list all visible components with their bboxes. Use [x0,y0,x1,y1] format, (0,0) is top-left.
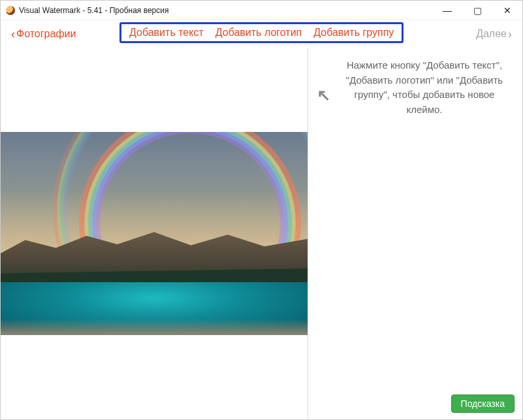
next-button-label: Далее [476,28,507,40]
back-button-label: Фотографии [16,28,76,40]
chevron-right-icon: › [508,28,512,40]
app-icon [6,6,15,15]
preview-image[interactable] [1,132,308,335]
preview-pane [1,48,308,419]
add-logo-button[interactable]: Добавить логотип [215,27,302,39]
hint-arrow-icon [316,88,333,108]
side-panel: Нажмите кнопку "Добавить текст", "Добави… [308,48,522,419]
add-actions-highlight: Добавить текст Добавить логотип Добавить… [119,22,404,43]
add-text-button[interactable]: Добавить текст [129,27,204,39]
next-button[interactable]: Далее › [476,28,512,40]
add-group-button[interactable]: Добавить группу [313,27,394,39]
title-bar: Visual Watermark - 5.41 - Пробная версия… [1,1,522,20]
window-controls: — ▢ ✕ [432,1,522,20]
minimize-button[interactable]: — [432,1,462,20]
close-button[interactable]: ✕ [492,1,522,20]
tip-button[interactable]: Подсказка [451,395,515,413]
hint-text: Нажмите кнопку "Добавить текст", "Добави… [340,58,509,117]
chevron-left-icon: ‹ [11,28,15,40]
hint-row: Нажмите кнопку "Добавить текст", "Добави… [316,58,513,117]
toolbar: ‹ Фотографии Добавить текст Добавить лог… [1,20,522,48]
maximize-button[interactable]: ▢ [462,1,492,20]
main-area: Нажмите кнопку "Добавить текст", "Добави… [1,48,522,419]
back-button[interactable]: ‹ Фотографии [11,28,76,40]
window-title: Visual Watermark - 5.41 - Пробная версия [19,6,168,15]
